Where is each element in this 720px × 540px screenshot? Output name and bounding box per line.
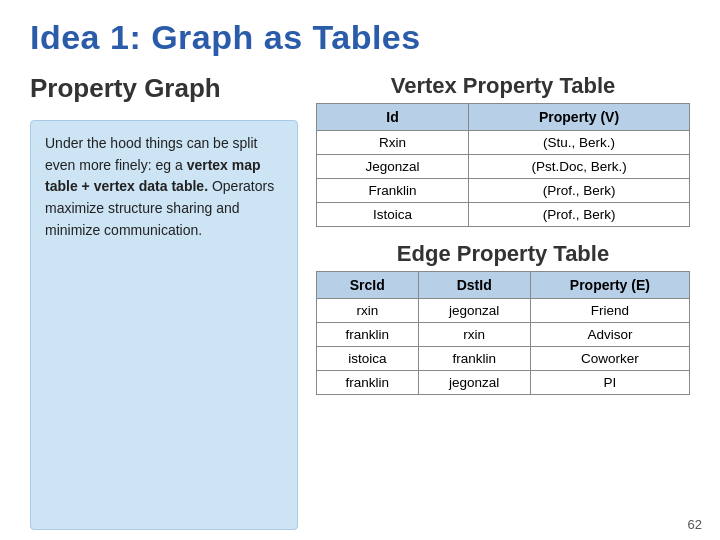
- table-cell: Rxin: [317, 131, 469, 155]
- table-row: franklinjegonzalPI: [317, 371, 690, 395]
- table-row: Rxin(Stu., Berk.): [317, 131, 690, 155]
- table-row: franklinrxinAdvisor: [317, 323, 690, 347]
- page-number: 62: [688, 517, 702, 532]
- left-panel: Property Graph Under the hood things can…: [30, 73, 298, 530]
- vertex-col-property: Property (V): [469, 104, 690, 131]
- table-cell: (Prof., Berk): [469, 203, 690, 227]
- table-cell: jegonzal: [418, 371, 530, 395]
- vertex-table: Id Property (V) Rxin(Stu., Berk.)Jegonza…: [316, 103, 690, 227]
- table-cell: Coworker: [530, 347, 689, 371]
- right-panel: Vertex Property Table Id Property (V) Rx…: [316, 73, 690, 530]
- vertex-table-title: Vertex Property Table: [316, 73, 690, 99]
- table-cell: Advisor: [530, 323, 689, 347]
- table-cell: istoica: [317, 347, 419, 371]
- table-cell: PI: [530, 371, 689, 395]
- table-cell: rxin: [317, 299, 419, 323]
- table-cell: Franklin: [317, 179, 469, 203]
- vertex-table-section: Vertex Property Table Id Property (V) Rx…: [316, 73, 690, 227]
- table-cell: franklin: [317, 323, 419, 347]
- table-cell: (Prof., Berk): [469, 179, 690, 203]
- table-cell: (Pst.Doc, Berk.): [469, 155, 690, 179]
- page: Idea 1: Graph as Tables Property Graph U…: [0, 0, 720, 540]
- table-cell: Jegonzal: [317, 155, 469, 179]
- table-row: istoicafranklinCoworker: [317, 347, 690, 371]
- table-cell: rxin: [418, 323, 530, 347]
- table-row: Istoica(Prof., Berk): [317, 203, 690, 227]
- edge-col-property: Property (E): [530, 272, 689, 299]
- property-graph-box: Under the hood things can be split even …: [30, 120, 298, 530]
- table-cell: Istoica: [317, 203, 469, 227]
- edge-table-title: Edge Property Table: [316, 241, 690, 267]
- table-cell: (Stu., Berk.): [469, 131, 690, 155]
- table-cell: franklin: [418, 347, 530, 371]
- property-graph-title: Property Graph: [30, 73, 298, 104]
- vertex-col-id: Id: [317, 104, 469, 131]
- table-cell: franklin: [317, 371, 419, 395]
- table-cell: Friend: [530, 299, 689, 323]
- content-area: Property Graph Under the hood things can…: [30, 73, 690, 530]
- table-cell: jegonzal: [418, 299, 530, 323]
- edge-col-srcid: SrcId: [317, 272, 419, 299]
- main-title: Idea 1: Graph as Tables: [30, 18, 690, 57]
- edge-table: SrcId DstId Property (E) rxinjegonzalFri…: [316, 271, 690, 395]
- edge-col-dstid: DstId: [418, 272, 530, 299]
- edge-table-section: Edge Property Table SrcId DstId Property…: [316, 241, 690, 395]
- table-row: Jegonzal(Pst.Doc, Berk.): [317, 155, 690, 179]
- table-row: Franklin(Prof., Berk): [317, 179, 690, 203]
- table-row: rxinjegonzalFriend: [317, 299, 690, 323]
